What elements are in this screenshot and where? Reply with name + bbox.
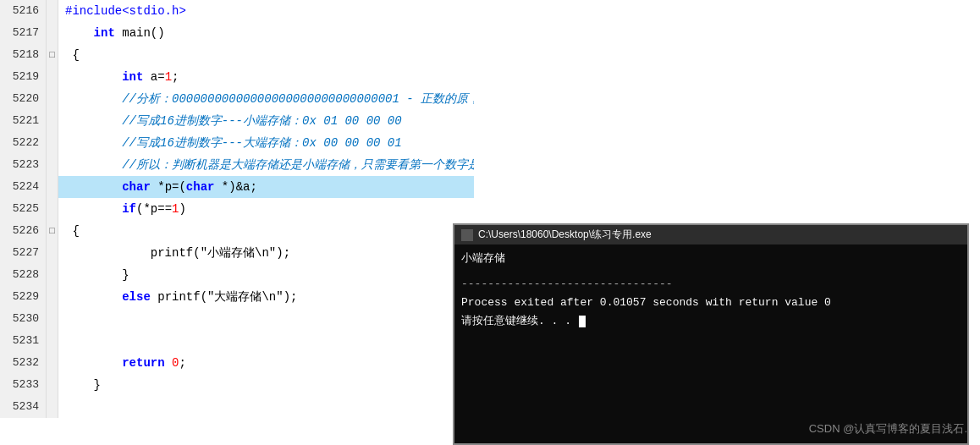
fold-marker: □ <box>47 220 58 242</box>
line-number: 5224 <box>0 176 47 198</box>
keyword: int <box>94 26 115 40</box>
code-content: { <box>58 44 80 66</box>
line-number: 5227 <box>0 242 47 264</box>
line-number: 5228 <box>0 264 47 286</box>
code-line: 5216#include<stdio.h> <box>0 0 474 22</box>
fold-marker <box>47 198 58 220</box>
code-content: //分析：00000000000000000000000000000001 - … <box>58 88 474 110</box>
number-literal: 1 <box>165 70 172 84</box>
terminal-icon <box>461 229 473 241</box>
terminal-line: Process exited after 0.01057 seconds wit… <box>461 294 961 312</box>
watermark: CSDN @认真写博客的夏目浅石. <box>809 421 967 437</box>
code-content: } <box>58 374 101 396</box>
keyword: char <box>122 180 151 194</box>
code-content: } <box>58 264 129 286</box>
code-content: //所以：判断机器是大端存储还是小端存储，只需要看第一个数字是1还是0. <box>58 154 474 176</box>
code-content: //写成16进制数字---大端存储：0x 00 00 00 01 <box>58 132 402 154</box>
code-line: 5231 <box>0 330 474 352</box>
terminal-line: -------------------------------- <box>461 275 961 294</box>
fold-marker <box>47 110 58 132</box>
line-number: 5232 <box>0 352 47 374</box>
code-line: 5221 //写成16进制数字---小端存储：0x 01 00 00 00 <box>0 110 474 132</box>
line-number: 5216 <box>0 0 47 22</box>
keyword: int <box>122 70 143 84</box>
fold-marker <box>47 66 58 88</box>
fold-marker <box>47 330 58 352</box>
terminal-title-bar: C:\Users\18060\Desktop\练习专用.exe <box>454 225 967 244</box>
fold-marker <box>47 308 58 330</box>
code-line: 5220 //分析：000000000000000000000000000000… <box>0 88 474 110</box>
line-number: 5230 <box>0 308 47 330</box>
line-number: 5223 <box>0 154 47 176</box>
code-content <box>58 308 65 330</box>
code-content <box>58 330 65 352</box>
code-line: 5223 //所以：判断机器是大端存储还是小端存储，只需要看第一个数字是1还是0… <box>0 154 474 176</box>
terminal-body: 小端存储--------------------------------Proc… <box>454 244 967 443</box>
terminal-window: C:\Users\18060\Desktop\练习专用.exe 小端存储----… <box>453 223 969 445</box>
keyword: return <box>122 356 164 370</box>
terminal-line <box>461 268 961 275</box>
code-content: int a=1; <box>58 66 179 88</box>
code-line: 5219 int a=1; <box>0 66 474 88</box>
fold-marker <box>47 132 58 154</box>
line-number: 5233 <box>0 374 47 396</box>
code-line: 5218□ { <box>0 44 474 66</box>
fold-marker <box>47 88 58 110</box>
code-line: 5222 //写成16进制数字---大端存储：0x 00 00 00 01 <box>0 132 474 154</box>
fold-marker <box>47 176 58 198</box>
terminal-line: 小端存储 <box>461 250 961 268</box>
code-content: printf("小端存储\n"); <box>58 242 290 264</box>
comment-text: //写成16进制数字---大端存储：0x 00 00 00 01 <box>65 136 402 150</box>
comment-text: //所以：判断机器是大端存储还是小端存储，只需要看第一个数字是1还是0. <box>65 158 474 172</box>
code-content: else printf("大端存储\n"); <box>58 286 297 308</box>
comment-text: //分析：00000000000000000000000000000001 - … <box>65 92 474 106</box>
line-number: 5221 <box>0 110 47 132</box>
line-number: 5220 <box>0 88 47 110</box>
line-number: 5217 <box>0 22 47 44</box>
code-line: 5225 if(*p==1) <box>0 198 474 220</box>
code-line: 5217 int main() <box>0 22 474 44</box>
line-number: 5225 <box>0 198 47 220</box>
code-content: char *p=(char *)&a; <box>58 176 257 198</box>
keyword: else <box>122 290 151 304</box>
code-content: int main() <box>58 22 165 44</box>
line-number: 5219 <box>0 66 47 88</box>
fold-marker <box>47 352 58 374</box>
line-number: 5231 <box>0 330 47 352</box>
code-line: 5227 printf("小端存储\n"); <box>0 242 474 264</box>
code-line: 5226□ { <box>0 220 474 242</box>
keyword: if <box>122 202 136 216</box>
code-line: 5224 char *p=(char *)&a; <box>0 176 474 198</box>
fold-marker <box>47 0 58 22</box>
comment-text: //写成16进制数字---小端存储：0x 01 00 00 00 <box>65 114 402 128</box>
number-literal: 1 <box>172 202 179 216</box>
preprocessor-directive: #include<stdio.h> <box>65 4 186 18</box>
line-number: 5234 <box>0 396 47 418</box>
line-number: 5226 <box>0 220 47 242</box>
code-line: 5233 } <box>0 374 474 396</box>
line-number: 5222 <box>0 132 47 154</box>
code-content: if(*p==1) <box>58 198 186 220</box>
code-line: 5234 <box>0 396 474 418</box>
fold-marker <box>47 154 58 176</box>
terminal-line: 请按任意键继续. . . <box>461 312 961 331</box>
code-line: 5229 else printf("大端存储\n"); <box>0 286 474 308</box>
code-content: //写成16进制数字---小端存储：0x 01 00 00 00 <box>58 110 402 132</box>
fold-marker <box>47 396 58 418</box>
line-number: 5229 <box>0 286 47 308</box>
fold-marker <box>47 286 58 308</box>
code-line: 5232 return 0; <box>0 352 474 374</box>
fold-marker: □ <box>47 44 58 66</box>
terminal-title: C:\Users\18060\Desktop\练习专用.exe <box>478 228 652 242</box>
fold-marker <box>47 242 58 264</box>
line-number: 5218 <box>0 44 47 66</box>
code-line: 5230 <box>0 308 474 330</box>
code-content: #include<stdio.h> <box>58 0 186 22</box>
fold-marker <box>47 264 58 286</box>
terminal-cursor <box>579 316 586 327</box>
fold-marker <box>47 22 58 44</box>
code-content: { <box>58 220 80 242</box>
number-literal: 0 <box>172 356 179 370</box>
code-content: return 0; <box>58 352 186 374</box>
fold-marker <box>47 374 58 396</box>
